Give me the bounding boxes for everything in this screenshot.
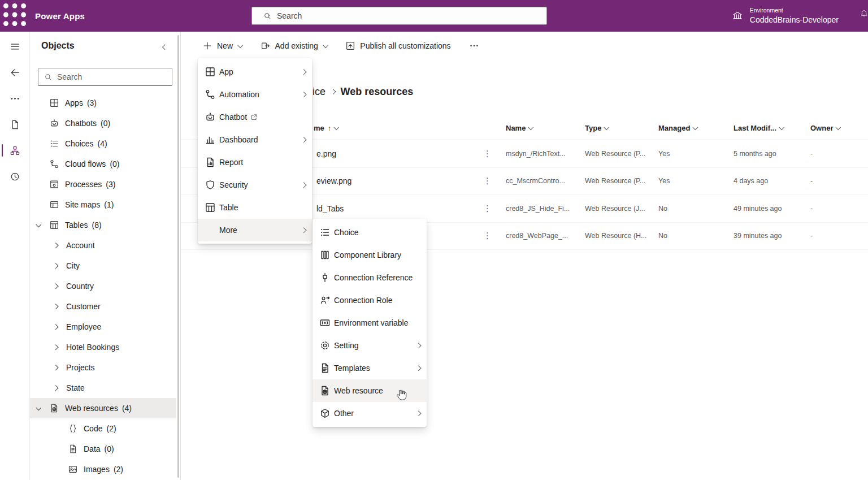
global-search[interactable] — [251, 7, 547, 25]
collapse-sidebar-button[interactable] — [161, 38, 170, 53]
menu-item-connection-role[interactable]: Connection Role — [313, 289, 427, 312]
menu-item-dashboard[interactable]: Dashboard — [198, 128, 312, 151]
tree-item-country[interactable]: Country — [30, 276, 176, 296]
tree-item-state[interactable]: State — [30, 378, 176, 398]
tree-item-web-resources[interactable]: Web resources(4) — [30, 398, 176, 418]
column-header-managed[interactable]: Managed — [658, 124, 734, 132]
rail-button-back[interactable] — [0, 60, 30, 85]
rail-button-menu-toggle[interactable] — [0, 34, 30, 59]
menu-item-chatbot[interactable]: Chatbot — [198, 106, 312, 128]
tree-item-label: Employee — [66, 322, 101, 331]
row-actions-icon[interactable]: ⋮ — [482, 149, 506, 159]
tree-item-data[interactable]: Data(0) — [30, 439, 176, 459]
tree-item-images[interactable]: Images(2) — [30, 459, 176, 479]
command-bar-overflow-button[interactable] — [465, 38, 484, 54]
chevron-down-icon[interactable] — [37, 223, 49, 227]
tree-item-code[interactable]: Code(2) — [30, 418, 176, 439]
tree-item-account[interactable]: Account — [30, 235, 176, 256]
tree-item-count: (2) — [114, 465, 123, 474]
new-dropdown-menu: AppAutomationChatbotDashboardReportSecur… — [198, 58, 312, 244]
tree-item-label: Processes — [65, 180, 102, 189]
tree-item-projects[interactable]: Projects — [30, 357, 176, 378]
global-search-input[interactable] — [277, 11, 514, 20]
tree-item-count: (3) — [106, 180, 115, 189]
chevron-right-icon[interactable] — [54, 345, 66, 349]
rail-button-history[interactable] — [0, 164, 30, 189]
tree-item-count: (1) — [104, 200, 114, 209]
tree-item-site-maps[interactable]: Site maps(1) — [30, 194, 176, 215]
sidebar-search[interactable] — [38, 68, 172, 86]
column-dropdown-icon — [836, 124, 841, 129]
tree-item-apps[interactable]: Apps(3) — [30, 93, 176, 113]
clock-icon — [10, 171, 20, 182]
notifications-button[interactable] — [860, 10, 868, 20]
column-header-type[interactable]: Type — [585, 124, 658, 132]
chevron-right-icon[interactable] — [54, 284, 66, 288]
menu-item-label: Connection Reference — [334, 273, 420, 282]
new-button[interactable]: New — [198, 38, 247, 54]
menu-item-templates[interactable]: Templates — [313, 357, 427, 379]
menu-item-automation[interactable]: Automation — [198, 83, 312, 106]
sidebar-search-input[interactable] — [57, 72, 159, 81]
menu-item-security[interactable]: Security — [198, 174, 312, 196]
menu-item-component-library[interactable]: Component Library — [313, 244, 427, 266]
environment-picker[interactable]: Environment CoddedBrains-Developer — [732, 0, 839, 32]
column-header-last-modif[interactable]: Last Modif... — [734, 124, 810, 132]
docline-icon — [68, 444, 78, 454]
tree-item-city[interactable]: City — [30, 256, 176, 276]
menu-item-web-resource[interactable]: Web resource — [313, 379, 427, 402]
chevron-down-icon[interactable] — [37, 407, 49, 410]
page-title: Web resources — [341, 86, 414, 98]
environment-label: Environment — [750, 7, 839, 15]
add-existing-label: Add existing — [275, 41, 318, 50]
menu-item-connection-reference[interactable]: Connection Reference — [313, 266, 427, 289]
tree-item-tables[interactable]: Tables(8) — [30, 215, 176, 235]
cell-type: Web Resource (P... — [585, 150, 658, 158]
column-header-owner[interactable]: Owner — [810, 124, 868, 132]
hamburger-icon — [10, 41, 20, 52]
tree-item-count: (4) — [98, 139, 107, 148]
tree-item-label: Customer — [66, 302, 101, 311]
sidebar-scrollbar[interactable] — [177, 35, 179, 478]
rail-button-more[interactable] — [0, 86, 30, 111]
menu-item-choice[interactable]: Choice — [313, 221, 427, 244]
chevron-right-icon[interactable] — [54, 325, 66, 329]
menu-item-app[interactable]: App — [198, 60, 312, 83]
add-existing-button[interactable]: Add existing — [256, 38, 332, 54]
chevron-right-icon[interactable] — [54, 244, 66, 248]
publish-button[interactable]: Publish all customizations — [341, 38, 455, 54]
webres-icon — [319, 385, 331, 396]
tree-item-chatbots[interactable]: Chatbots(0) — [30, 113, 176, 133]
tree-item-choices[interactable]: Choices(4) — [30, 133, 176, 154]
menu-item-table[interactable]: Table — [198, 196, 312, 219]
chevron-right-icon[interactable] — [54, 305, 66, 309]
tree-item-customer[interactable]: Customer — [30, 296, 176, 317]
environment-name: CoddedBrains-Developer — [750, 15, 839, 25]
rail-button-objects[interactable] — [0, 138, 30, 163]
menu-item-other[interactable]: Other — [313, 402, 427, 425]
tree-item-hotel-bookings[interactable]: Hotel Bookings — [30, 337, 176, 357]
column-header-name[interactable]: Name — [506, 124, 585, 132]
sitemap-icon — [49, 200, 59, 210]
tree-item-count: (0) — [105, 444, 114, 453]
hierarchy-icon — [10, 145, 20, 156]
menu-item-environment-variable[interactable]: Environment variable — [313, 312, 427, 334]
connection-ref-icon — [319, 272, 331, 283]
chevron-right-icon[interactable] — [54, 366, 66, 370]
tree-item-processes[interactable]: Processes(3) — [30, 174, 176, 194]
menu-item-report[interactable]: Report — [198, 151, 312, 174]
chevron-right-icon[interactable] — [54, 264, 66, 268]
chevron-right-icon[interactable] — [54, 386, 66, 390]
row-actions-icon[interactable]: ⋮ — [482, 204, 506, 214]
tree-item-employee[interactable]: Employee — [30, 317, 176, 337]
rail-button-pages[interactable] — [0, 112, 30, 137]
menu-item-more[interactable]: More — [198, 219, 312, 241]
row-actions-icon[interactable]: ⋮ — [482, 176, 506, 186]
breadcrumb-parent-fragment[interactable]: ice — [313, 86, 326, 98]
menu-item-setting[interactable]: Setting — [313, 334, 427, 357]
row-actions-icon[interactable]: ⋮ — [482, 231, 506, 241]
menu-item-label: Setting — [334, 341, 416, 350]
tree-item-cloud-flows[interactable]: Cloud flows(0) — [30, 154, 176, 174]
external-link-icon — [250, 114, 258, 121]
app-launcher-button[interactable] — [0, 0, 29, 32]
